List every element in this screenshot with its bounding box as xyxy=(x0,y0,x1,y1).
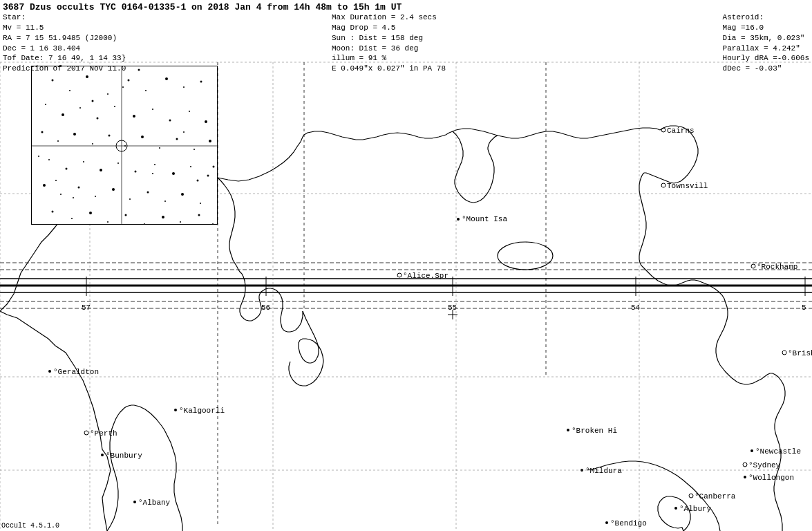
svg-point-94 xyxy=(92,143,93,145)
svg-point-140 xyxy=(73,197,74,198)
svg-point-99 xyxy=(176,138,178,140)
svg-point-92 xyxy=(57,140,59,142)
svg-point-120 xyxy=(181,193,184,196)
svg-text:57: 57 xyxy=(82,304,91,312)
svg-point-93 xyxy=(73,133,76,136)
info-center: Max Duration = 2.4 secs Mag Drop = 4.5 S… xyxy=(332,12,446,74)
svg-point-26 xyxy=(84,431,88,435)
svg-point-22 xyxy=(751,264,755,268)
svg-point-31 xyxy=(750,449,753,452)
sun-dist: Sun : Dist = 158 deg xyxy=(332,33,446,44)
svg-point-100 xyxy=(193,149,195,150)
svg-point-128 xyxy=(162,216,164,218)
svg-point-118 xyxy=(147,192,149,194)
svg-point-18 xyxy=(661,128,665,132)
svg-text:°Rockhamp: °Rockhamp xyxy=(757,263,797,271)
svg-text:Cairns: Cairns xyxy=(667,127,695,135)
footer-text: Occult 4.5.1.0 xyxy=(1,522,59,530)
svg-point-23 xyxy=(782,351,786,355)
mv: Mv = 11.5 xyxy=(3,23,126,33)
svg-text:°Kalgoorli: °Kalgoorli xyxy=(179,407,225,415)
svg-text:°Mildura: °Mildura xyxy=(585,467,622,475)
svg-point-84 xyxy=(97,118,99,120)
svg-point-138 xyxy=(55,180,57,181)
svg-point-117 xyxy=(129,198,131,200)
svg-point-133 xyxy=(213,166,215,168)
svg-point-104 xyxy=(83,161,84,162)
moon-dist: Moon: Dist = 36 deg xyxy=(332,44,446,54)
svg-point-124 xyxy=(89,212,92,214)
svg-point-91 xyxy=(41,131,44,133)
svg-point-28 xyxy=(133,501,136,503)
mag: Mag =16.0 xyxy=(723,23,809,33)
svg-point-36 xyxy=(605,521,608,524)
svg-text:54: 54 xyxy=(631,304,641,312)
svg-text:°Bendigo: °Bendigo xyxy=(610,519,647,528)
svg-text:°Perth: °Perth xyxy=(90,429,117,438)
svg-text:°Sydney: °Sydney xyxy=(748,461,781,469)
svg-point-27 xyxy=(101,454,104,456)
ddec: dDec = -0.03" xyxy=(723,64,809,74)
svg-point-130 xyxy=(198,214,200,216)
svg-rect-71 xyxy=(32,66,217,224)
title: 3687 Dzus occults TYC 0164-01335-1 on 20… xyxy=(3,1,809,14)
svg-point-98 xyxy=(159,147,160,149)
dia: Dia = 35km, 0.023" xyxy=(723,33,809,44)
svg-point-20 xyxy=(457,218,460,221)
svg-point-74 xyxy=(86,75,88,78)
dec: Dec = 1 16 38.404 xyxy=(3,44,126,54)
svg-text:°Newcastle: °Newcastle xyxy=(755,447,801,456)
svg-point-125 xyxy=(107,221,108,223)
svg-text:°Canberra: °Canberra xyxy=(695,492,736,501)
svg-point-34 xyxy=(689,494,693,498)
svg-point-77 xyxy=(145,90,147,91)
svg-point-80 xyxy=(200,81,202,83)
svg-point-109 xyxy=(172,172,175,175)
svg-text:°Geraldton: °Geraldton xyxy=(53,368,99,376)
star-chart xyxy=(31,66,218,225)
svg-point-114 xyxy=(78,187,80,189)
svg-point-78 xyxy=(165,77,168,80)
svg-point-33 xyxy=(744,476,746,478)
svg-point-17 xyxy=(498,242,553,270)
svg-point-82 xyxy=(62,113,64,116)
svg-point-108 xyxy=(154,164,155,165)
svg-text:°Alice.Spr: °Alice.Spr xyxy=(403,272,449,280)
svg-point-106 xyxy=(117,162,119,164)
svg-point-123 xyxy=(71,218,73,219)
svg-point-19 xyxy=(661,183,665,187)
svg-point-88 xyxy=(169,120,171,122)
svg-point-24 xyxy=(48,370,51,373)
svg-point-134 xyxy=(122,86,124,88)
svg-point-89 xyxy=(189,111,190,112)
svg-text:°Wollongon: °Wollongon xyxy=(748,474,794,482)
svg-point-86 xyxy=(133,115,135,118)
svg-text:°Mount Isa: °Mount Isa xyxy=(462,215,507,223)
svg-point-75 xyxy=(107,93,108,95)
svg-point-107 xyxy=(135,171,137,173)
svg-text:56: 56 xyxy=(261,304,270,312)
svg-point-122 xyxy=(52,211,54,213)
svg-point-113 xyxy=(60,194,62,195)
info-left: Star: Mv = 11.5 RA = 7 15 51.9485 (J2000… xyxy=(3,12,126,74)
svg-point-72 xyxy=(52,80,54,82)
hourly-dra: Hourly dRA =-0.606s xyxy=(723,53,809,64)
svg-point-116 xyxy=(112,188,115,191)
svg-point-136 xyxy=(92,100,94,102)
svg-point-73 xyxy=(69,90,70,91)
svg-point-29 xyxy=(567,429,569,431)
svg-text:°Albury: °Albury xyxy=(679,505,712,513)
svg-point-79 xyxy=(183,86,185,88)
svg-text:°Bunbury: °Bunbury xyxy=(106,451,142,460)
svg-point-90 xyxy=(205,120,207,123)
svg-point-35 xyxy=(674,507,677,510)
svg-point-97 xyxy=(141,136,144,138)
svg-point-115 xyxy=(95,196,96,197)
svg-point-137 xyxy=(183,131,185,133)
svg-text:°Albany: °Albany xyxy=(138,499,171,507)
footer: Occult 4.5.1.0 xyxy=(1,522,59,530)
svg-point-103 xyxy=(66,168,68,170)
svg-point-139 xyxy=(138,69,140,71)
tof-date: Tof Date: 7 16 49, 1 14 33} xyxy=(3,53,126,64)
svg-point-87 xyxy=(152,109,153,110)
